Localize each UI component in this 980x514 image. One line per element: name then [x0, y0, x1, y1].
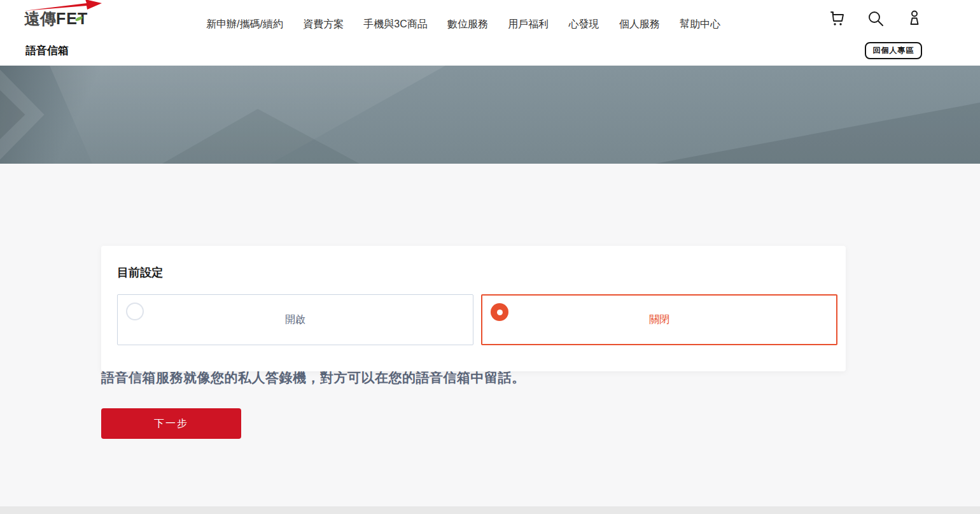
- next-step-button[interactable]: 下一步: [101, 408, 241, 439]
- nav-item-personal-services[interactable]: 個人服務: [619, 18, 660, 30]
- service-description: 語音信箱服務就像您的私人答錄機，對方可以在您的語音信箱中留話。: [101, 369, 526, 387]
- account-icon[interactable]: [905, 9, 924, 28]
- current-setting-card: 目前設定 開啟 關閉: [101, 246, 846, 371]
- logo-text: 遠傳FET: [24, 9, 88, 28]
- hero-banner: 語音信箱設定: [0, 66, 980, 164]
- nav-item-devices[interactable]: 手機與3C商品: [363, 18, 427, 30]
- nav-item-discover[interactable]: 心發現: [569, 18, 599, 30]
- nav-item-benefits[interactable]: 用戶福利: [508, 18, 549, 30]
- option-voicemail-off[interactable]: 關閉: [481, 294, 837, 345]
- option-label: 關閉: [649, 313, 669, 327]
- header: 遠傳FET 新申辦/攜碼/續約 資費方案 手機與3C商品 數位服務 用戶福利 心…: [0, 0, 980, 66]
- nav-item-digital-services[interactable]: 數位服務: [447, 18, 488, 30]
- cart-icon[interactable]: [827, 9, 846, 28]
- header-icons: [827, 9, 924, 28]
- main-nav: 新申辦/攜碼/續約 資費方案 手機與3C商品 數位服務 用戶福利 心發現 個人服…: [206, 18, 720, 30]
- nav-item-help-center[interactable]: 幫助中心: [680, 18, 720, 30]
- fet-logo[interactable]: 遠傳FET: [24, 0, 107, 31]
- back-to-personal-area-button[interactable]: 回個人專區: [865, 42, 922, 59]
- nav-item-plans[interactable]: 資費方案: [303, 18, 344, 30]
- search-icon[interactable]: [866, 9, 885, 28]
- page: 遠傳FET 新申辦/攜碼/續約 資費方案 手機與3C商品 數位服務 用戶福利 心…: [0, 0, 980, 514]
- card-heading: 目前設定: [117, 265, 163, 280]
- nav-item-apply[interactable]: 新申辦/攜碼/續約: [206, 18, 283, 30]
- page-section-title: 語音信箱: [25, 43, 69, 58]
- option-voicemail-on[interactable]: 開啟: [117, 294, 473, 345]
- radio-unselected-icon[interactable]: [126, 303, 144, 320]
- radio-selected-icon[interactable]: [491, 303, 508, 321]
- footer-band: [0, 506, 980, 514]
- main-content: 語音信箱服務就像您的私人答錄機，對方可以在您的語音信箱中留話。 目前設定 開啟 …: [0, 164, 980, 506]
- logo-brand-latin: FET: [56, 10, 88, 27]
- logo-brand-cjk: 遠傳: [24, 10, 56, 27]
- option-label: 開啟: [285, 313, 305, 327]
